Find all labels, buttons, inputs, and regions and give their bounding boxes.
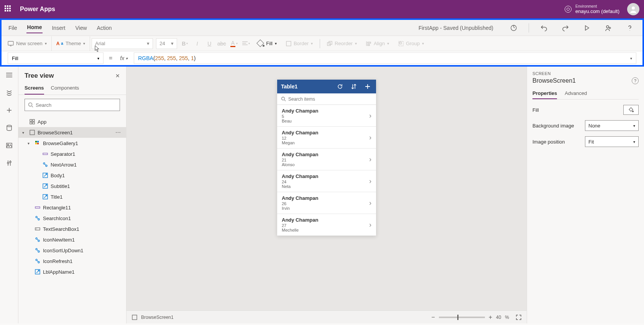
- tree-app[interactable]: App: [18, 116, 126, 127]
- zoom-slider[interactable]: [439, 317, 485, 318]
- reorder-button[interactable]: Reorder▾: [322, 36, 361, 51]
- font-color-icon[interactable]: A▾: [228, 38, 240, 50]
- tools-icon[interactable]: [5, 158, 14, 168]
- svg-rect-3: [8, 41, 13, 45]
- menu-home[interactable]: Home: [26, 23, 43, 33]
- prop-fill-label: Fill: [532, 107, 539, 113]
- underline-icon[interactable]: U: [203, 38, 215, 50]
- border-button[interactable]: Border▾: [281, 36, 317, 51]
- zoom-out-icon[interactable]: −: [431, 314, 435, 321]
- tree-item[interactable]: IconRefresh1: [18, 256, 126, 266]
- refresh-icon[interactable]: [335, 82, 345, 91]
- new-screen-button[interactable]: New screen▾: [8, 36, 52, 51]
- font-size-select[interactable]: 24▾: [156, 38, 177, 49]
- user-avatar[interactable]: [627, 3, 639, 15]
- svg-rect-30: [35, 207, 40, 208]
- tab-screens[interactable]: Screens: [25, 82, 44, 95]
- tree-view-icon[interactable]: [5, 88, 14, 97]
- tree-item[interactable]: IconSortUpDown1: [18, 245, 126, 256]
- align-button[interactable]: Align▾: [361, 36, 394, 51]
- phone-search[interactable]: [277, 93, 376, 105]
- list-item[interactable]: Andy Champan26Irvin›: [277, 192, 376, 214]
- strike-icon[interactable]: abc: [215, 38, 228, 50]
- tab-advanced[interactable]: Advanced: [565, 88, 587, 99]
- italic-icon[interactable]: I: [191, 38, 203, 50]
- media-icon[interactable]: [5, 141, 14, 150]
- footer-screen-name: BrowseScreen1: [141, 315, 174, 320]
- help-icon[interactable]: ?: [632, 77, 639, 84]
- bold-icon[interactable]: B▾: [179, 38, 191, 50]
- menu-view[interactable]: View: [74, 23, 87, 33]
- undo-icon[interactable]: [537, 21, 550, 34]
- app-checker-icon[interactable]: [507, 21, 520, 34]
- tree-search-input[interactable]: [36, 102, 117, 108]
- font-select[interactable]: Arial▾: [92, 38, 153, 49]
- canvas-footer: BrowseScreen1 − + 40 %: [127, 310, 527, 323]
- group-button[interactable]: Group▾: [394, 36, 429, 51]
- highlighted-region: File Home Insert View Action FirstApp - …: [0, 18, 644, 67]
- menu-insert[interactable]: Insert: [51, 23, 66, 33]
- sort-icon[interactable]: [349, 82, 358, 91]
- waffle-icon[interactable]: [5, 5, 12, 13]
- fill-button[interactable]: Fill▾: [252, 36, 281, 51]
- menu-action[interactable]: Action: [96, 23, 113, 33]
- tree-item[interactable]: Separator1: [18, 149, 126, 159]
- tree-screen[interactable]: ▾BrowseScreen1⋯: [18, 127, 126, 138]
- property-select[interactable]: Fill▾: [8, 52, 104, 64]
- tree-item[interactable]: NextArrow1: [18, 159, 126, 170]
- image-position-select[interactable]: Fit▾: [585, 136, 639, 147]
- tab-components[interactable]: Components: [51, 82, 79, 95]
- tree-gallery[interactable]: ▾BrowseGallery1: [18, 138, 126, 149]
- list-item[interactable]: Andy Champan24Neta›: [277, 170, 376, 192]
- svg-point-37: [38, 251, 39, 252]
- menu-bar: File Home Insert View Action FirstApp - …: [2, 20, 642, 36]
- fill-color-picker[interactable]: [623, 105, 639, 115]
- svg-rect-19: [30, 130, 34, 135]
- chevron-right-icon: ›: [369, 112, 371, 120]
- svg-rect-23: [37, 143, 39, 144]
- text-align-icon[interactable]: ▾: [240, 38, 252, 50]
- phone-title: Table1: [281, 83, 331, 90]
- add-icon[interactable]: [363, 82, 372, 91]
- tree-title: Tree view: [25, 72, 54, 80]
- bg-image-select[interactable]: None▾: [585, 120, 639, 131]
- tree-item[interactable]: IconNewItem1: [18, 234, 126, 245]
- tree-item[interactable]: SearchIcon1: [18, 213, 126, 224]
- svg-point-13: [10, 161, 11, 163]
- tree-item[interactable]: Subtitle1: [18, 181, 126, 191]
- tree-item[interactable]: LblAppName1: [18, 266, 126, 277]
- formula-input[interactable]: RGBA(255, 255, 255, 1) ▾: [134, 52, 636, 64]
- hamburger-icon[interactable]: [5, 70, 14, 80]
- tree-search[interactable]: [25, 99, 120, 111]
- tab-properties[interactable]: Properties: [532, 88, 557, 99]
- list-item[interactable]: Andy Champan21Alonso›: [277, 149, 376, 170]
- data-icon[interactable]: [5, 123, 14, 132]
- tree-item[interactable]: Rectangle11: [18, 202, 126, 213]
- insert-icon[interactable]: [5, 106, 14, 115]
- phone-search-input[interactable]: [288, 96, 372, 102]
- svg-rect-15: [30, 119, 32, 121]
- theme-button[interactable]: Aa Theme▾: [52, 36, 90, 51]
- list-item[interactable]: Andy Champan12Megan›: [277, 127, 376, 149]
- list-item[interactable]: Andy Champan27Mechelle›: [277, 214, 376, 236]
- svg-rect-16: [33, 119, 34, 121]
- redo-icon[interactable]: [559, 21, 572, 34]
- svg-point-12: [7, 162, 9, 164]
- properties-panel: SCREEN BrowseScreen1? Properties Advance…: [527, 67, 644, 323]
- play-icon[interactable]: [580, 21, 593, 34]
- help-icon[interactable]: [623, 21, 636, 34]
- tree-item[interactable]: Body1: [18, 170, 126, 181]
- close-icon[interactable]: ✕: [115, 73, 120, 79]
- fx-button[interactable]: fx▾: [118, 55, 130, 61]
- tree-item[interactable]: Title1: [18, 191, 126, 202]
- menu-file[interactable]: File: [8, 23, 18, 33]
- share-icon[interactable]: [602, 21, 615, 34]
- list-item[interactable]: Andy Champan5Beau›: [277, 105, 376, 127]
- zoom-pct: %: [505, 315, 509, 320]
- more-icon[interactable]: ⋯: [115, 129, 122, 136]
- zoom-in-icon[interactable]: +: [489, 314, 492, 321]
- fullscreen-icon[interactable]: [516, 315, 521, 320]
- canvas[interactable]: Table1 Andy Champan5Beau›Andy Champan12M…: [127, 67, 527, 323]
- environment-picker[interactable]: Environment enayu.com (default): [565, 4, 619, 14]
- tree-item[interactable]: TextSearchBox1: [18, 224, 126, 234]
